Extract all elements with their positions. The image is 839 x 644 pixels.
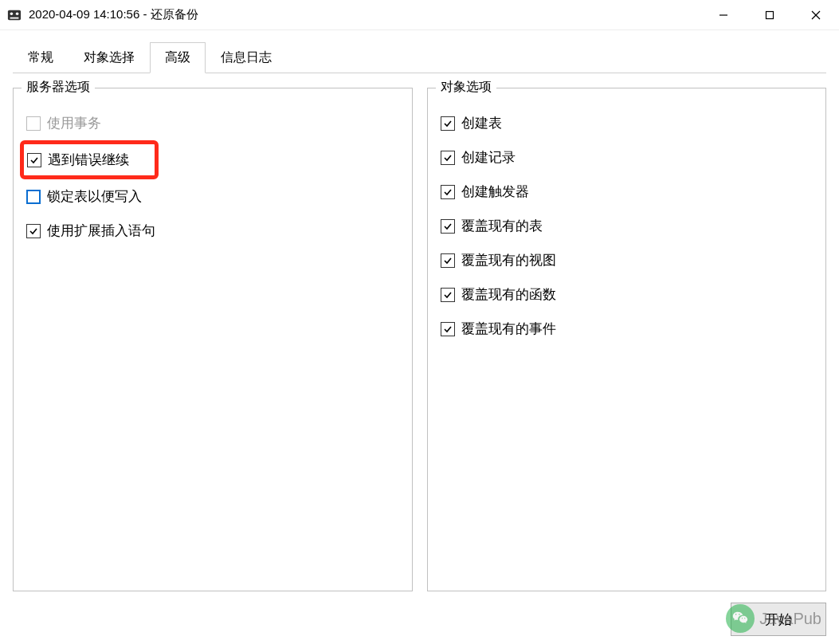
checkbox-label: 覆盖现有的事件 — [461, 320, 556, 338]
checkbox-icon — [26, 224, 41, 238]
checkbox-overwrite-functions[interactable]: 覆盖现有的函数 — [439, 277, 815, 312]
checkbox-label: 锁定表以便写入 — [47, 187, 142, 206]
checkbox-icon — [441, 322, 455, 336]
app-icon — [6, 7, 22, 23]
checkbox-use-transaction: 使用事务 — [25, 106, 401, 140]
checkbox-overwrite-events[interactable]: 覆盖现有的事件 — [439, 312, 815, 346]
checkbox-create-records[interactable]: 创建记录 — [439, 140, 815, 175]
checkbox-icon — [27, 153, 41, 167]
checkbox-icon — [441, 151, 455, 165]
footer: 开始 JavaPub — [13, 591, 826, 636]
checkbox-extended-insert[interactable]: 使用扩展插入语句 — [25, 214, 401, 248]
highlight-annotation: 遇到错误继续 — [20, 140, 159, 179]
tab-label: 对象选择 — [84, 50, 135, 64]
close-button[interactable] — [793, 0, 839, 29]
checkbox-continue-on-error[interactable]: 遇到错误继续 — [25, 147, 131, 172]
server-options-group: 服务器选项 使用事务 遇到错误继续 锁定表以便写入 — [13, 88, 413, 591]
tab-object-select[interactable]: 对象选择 — [69, 42, 150, 73]
checkbox-create-tables[interactable]: 创建表 — [439, 106, 815, 140]
checkbox-overwrite-views[interactable]: 覆盖现有的视图 — [439, 243, 815, 277]
checkbox-label: 使用事务 — [47, 114, 101, 132]
checkbox-label: 覆盖现有的视图 — [461, 251, 556, 269]
window-controls — [700, 0, 839, 29]
checkbox-label: 使用扩展插入语句 — [47, 222, 155, 240]
start-button[interactable]: 开始 — [731, 603, 826, 636]
checkbox-label: 创建记录 — [461, 148, 516, 167]
button-label: 开始 — [765, 611, 792, 629]
tab-bar: 常规 对象选择 高级 信息日志 — [13, 41, 826, 73]
tab-label: 常规 — [28, 50, 53, 64]
maximize-button[interactable] — [747, 0, 793, 29]
titlebar: 2020-04-09 14:10:56 - 还原备份 — [0, 0, 839, 30]
svg-rect-5 — [766, 11, 774, 18]
checkbox-label: 创建触发器 — [461, 183, 529, 201]
tab-log[interactable]: 信息日志 — [206, 42, 287, 73]
content-row: 服务器选项 使用事务 遇到错误继续 锁定表以便写入 — [13, 88, 826, 591]
tab-general[interactable]: 常规 — [13, 42, 69, 73]
minimize-button[interactable] — [700, 0, 747, 29]
group-title: 对象选项 — [436, 79, 496, 96]
window-body: 常规 对象选择 高级 信息日志 服务器选项 使用事务 遇到错误继续 — [0, 30, 839, 644]
checkbox-create-triggers[interactable]: 创建触发器 — [439, 175, 815, 209]
checkbox-overwrite-tables[interactable]: 覆盖现有的表 — [439, 209, 815, 243]
checkbox-icon — [441, 185, 455, 199]
tab-label: 信息日志 — [221, 50, 272, 64]
object-options-group: 对象选项 创建表 创建记录 创建触发器 覆盖现有的表 覆盖现有的视图 — [427, 88, 827, 591]
window-title: 2020-04-09 14:10:56 - 还原备份 — [29, 7, 700, 22]
checkbox-icon — [26, 116, 41, 131]
tab-advanced[interactable]: 高级 — [150, 42, 206, 73]
svg-rect-3 — [10, 17, 19, 18]
checkbox-icon — [441, 219, 455, 234]
group-title: 服务器选项 — [22, 79, 95, 96]
checkbox-icon — [441, 253, 455, 268]
checkbox-lock-tables[interactable]: 锁定表以便写入 — [25, 179, 401, 214]
tab-label: 高级 — [165, 50, 190, 64]
svg-point-2 — [16, 12, 19, 15]
checkbox-label: 遇到错误继续 — [48, 151, 129, 169]
checkbox-label: 创建表 — [461, 114, 502, 132]
checkbox-icon — [441, 116, 455, 131]
checkbox-icon — [441, 288, 455, 302]
checkbox-label: 覆盖现有的函数 — [461, 285, 556, 304]
checkbox-label: 覆盖现有的表 — [461, 217, 543, 235]
svg-point-1 — [10, 12, 14, 15]
checkbox-icon — [26, 190, 41, 204]
